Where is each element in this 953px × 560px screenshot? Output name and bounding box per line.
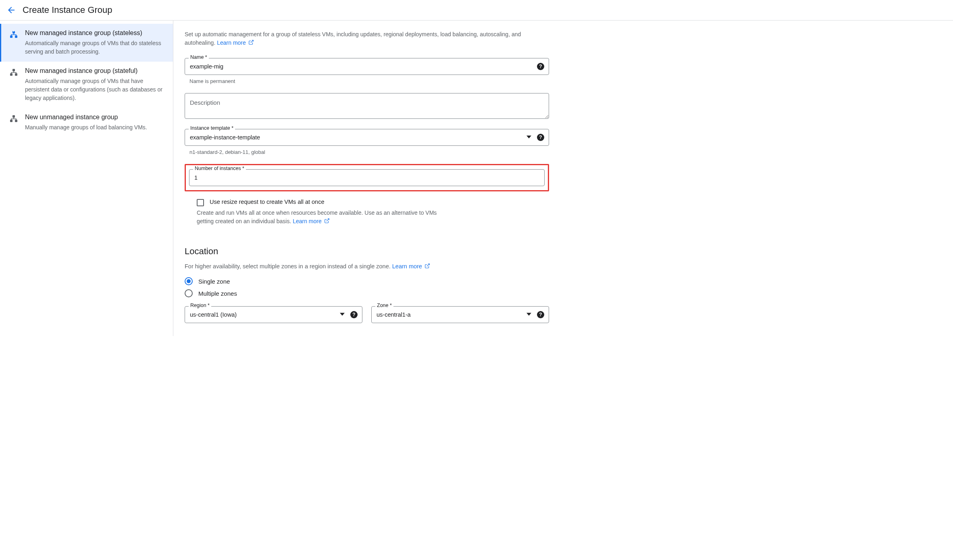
svg-rect-7: [12, 115, 15, 118]
help-icon[interactable]: ?: [537, 134, 544, 141]
zone-select[interactable]: [371, 306, 549, 323]
svg-line-10: [251, 40, 253, 43]
zone-label: Zone *: [375, 303, 393, 308]
description-input[interactable]: [185, 93, 549, 119]
instance-template-label: Instance template *: [189, 125, 235, 131]
instance-group-icon: [9, 114, 19, 124]
sidebar-item-title: New unmanaged instance group: [25, 114, 147, 121]
resize-request-desc: Create and run VMs all at once when reso…: [185, 209, 443, 226]
svg-rect-6: [15, 73, 17, 76]
radio-input[interactable]: [185, 289, 193, 297]
resize-request-row[interactable]: Use resize request to create VMs all at …: [185, 199, 549, 206]
name-field: Name * ?: [185, 58, 549, 75]
name-helper: Name is permanent: [189, 78, 549, 84]
external-link-icon: [324, 218, 330, 225]
help-icon[interactable]: ?: [537, 63, 544, 70]
region-label: Region *: [189, 303, 211, 308]
external-link-icon: [248, 40, 254, 46]
highlighted-region: Number of instances *: [185, 164, 549, 191]
location-intro: For higher availability, select multiple…: [185, 263, 549, 270]
svg-rect-4: [12, 69, 15, 71]
zone-field: Zone * ?: [371, 306, 549, 323]
instance-group-icon: [9, 30, 19, 40]
learn-more-link[interactable]: Learn more: [392, 263, 422, 270]
svg-rect-9: [15, 120, 17, 122]
radio-label: Multiple zones: [198, 290, 237, 297]
learn-more-link[interactable]: Learn more: [217, 39, 246, 46]
back-arrow-icon[interactable]: [6, 5, 16, 15]
instance-template-field: Instance template * ?: [185, 129, 549, 146]
svg-rect-3: [13, 30, 14, 31]
number-of-instances-field: Number of instances *: [189, 169, 545, 186]
svg-line-12: [427, 264, 429, 266]
sidebar-item-title: New managed instance group (stateful): [25, 67, 165, 75]
name-label: Name *: [189, 54, 209, 60]
sidebar-item-title: New managed instance group (stateless): [25, 29, 165, 37]
page-header: Create Instance Group: [0, 0, 953, 21]
location-intro-body: For higher availability, select multiple…: [185, 263, 392, 270]
zone-radio-group: Single zone Multiple zones: [185, 277, 549, 297]
radio-multiple-zones[interactable]: Multiple zones: [185, 289, 549, 297]
radio-label: Single zone: [198, 278, 230, 285]
main-form: Set up automatic management for a group …: [173, 21, 560, 336]
svg-rect-5: [10, 73, 12, 76]
number-of-instances-label: Number of instances *: [193, 166, 246, 171]
svg-rect-1: [10, 35, 12, 38]
resize-request-checkbox[interactable]: [197, 199, 204, 206]
page-title: Create Instance Group: [23, 5, 112, 15]
region-field: Region * ?: [185, 306, 362, 323]
resize-request-label: Use resize request to create VMs all at …: [210, 199, 325, 205]
instance-template-select[interactable]: [185, 129, 549, 146]
sidebar-item-stateless[interactable]: New managed instance group (stateless) A…: [0, 24, 173, 62]
number-of-instances-input[interactable]: [189, 169, 545, 186]
svg-rect-8: [10, 120, 12, 122]
radio-input[interactable]: [185, 277, 193, 285]
instance-group-icon: [9, 68, 19, 78]
radio-single-zone[interactable]: Single zone: [185, 277, 549, 285]
sidebar: New managed instance group (stateless) A…: [0, 21, 173, 336]
svg-line-11: [326, 218, 329, 221]
learn-more-link[interactable]: Learn more: [293, 218, 322, 224]
external-link-icon: [424, 263, 430, 270]
location-heading: Location: [185, 246, 549, 257]
instance-template-helper: n1-standard-2, debian-11, global: [189, 149, 549, 155]
sidebar-item-stateful[interactable]: New managed instance group (stateful) Au…: [0, 62, 173, 108]
intro-text: Set up automatic management for a group …: [185, 30, 549, 48]
sidebar-item-unmanaged[interactable]: New unmanaged instance group Manually ma…: [0, 108, 173, 137]
description-field: [185, 93, 549, 120]
sidebar-item-desc: Manually manage groups of load balancing…: [25, 123, 147, 132]
help-icon[interactable]: ?: [350, 311, 358, 318]
name-input[interactable]: [185, 58, 549, 75]
sidebar-item-desc: Automatically manage groups of VMs that …: [25, 77, 165, 102]
svg-rect-2: [15, 35, 17, 38]
help-icon[interactable]: ?: [537, 311, 544, 318]
region-select[interactable]: [185, 306, 362, 323]
sidebar-item-desc: Automatically manage groups of VMs that …: [25, 39, 165, 56]
